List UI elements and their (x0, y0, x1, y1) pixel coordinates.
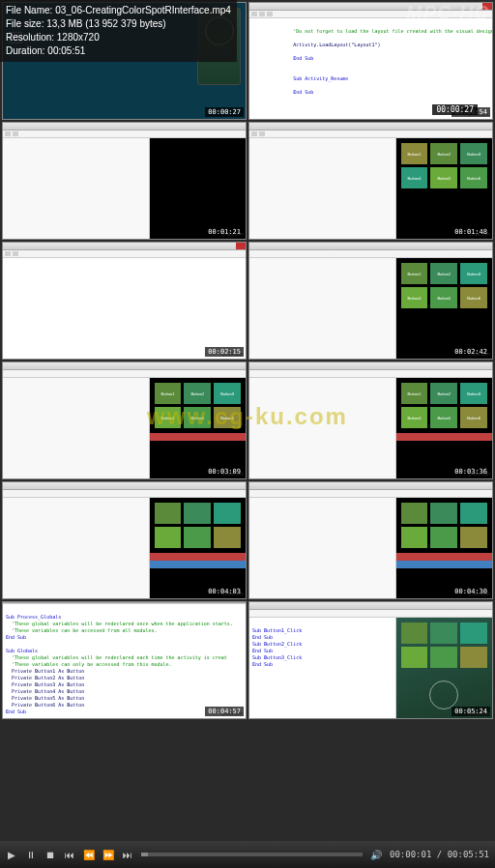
designer-button (214, 527, 241, 548)
code-line: End Sub (252, 661, 273, 667)
designer-strip (150, 561, 246, 568)
code-line: 'These global variables will be redeclar… (12, 654, 227, 660)
thumb-timestamp: 00:03:36 (451, 467, 490, 477)
filesize-label: File size: (6, 18, 44, 29)
designer-button (184, 527, 211, 548)
designer-button: Button4 (401, 407, 428, 428)
designer-strip (150, 433, 246, 441)
seek-bar[interactable] (141, 853, 363, 856)
designer-button: Button2 (184, 383, 211, 404)
designer-button: Button6 (460, 407, 487, 428)
designer-button (401, 647, 428, 668)
designer-button (214, 503, 241, 524)
code-line: Private Button3 As Button (12, 681, 84, 687)
designer-button (460, 647, 487, 668)
main-timestamp: 00:00:27 (432, 104, 478, 115)
designer-button (401, 527, 428, 548)
thumbnail[interactable]: Button1 Button2 Button3 Button4 Button5 … (2, 362, 247, 479)
designer-button: Button3 (460, 143, 487, 164)
designer-button: Button4 (155, 407, 182, 428)
thumbnail[interactable]: Button1 Button2 Button3 Button4 Button5 … (248, 362, 493, 479)
designer-button: Button4 (401, 167, 428, 188)
stop-button[interactable]: ⏹ (44, 849, 56, 860)
designer-strip (396, 553, 492, 561)
designer-button: Button4 (401, 287, 428, 308)
designer-button (430, 527, 457, 548)
thumbnail[interactable]: lynda.com 00:04:03 (2, 481, 247, 599)
filename-label: File Name: (6, 5, 52, 15)
designer-button (430, 503, 457, 524)
designer-button: Button3 (460, 263, 487, 284)
thumb-timestamp: 00:04:57 (205, 707, 244, 716)
code-line: Private Button6 As Button (12, 702, 84, 708)
filename-value: 03_06-CreatingColorSpotRInterface.mp4 (55, 5, 231, 15)
media-player: File Name: 03_06-CreatingColorSpotRInter… (0, 0, 495, 868)
thumb-timestamp: 00:04:03 (205, 587, 244, 596)
volume-icon[interactable]: 🔊 (370, 849, 382, 860)
thumbnail[interactable]: Button1 Button2 Button3 Button4 Button5 … (248, 242, 493, 360)
designer-button: Button3 (460, 383, 487, 404)
designer-button: Button1 (155, 383, 182, 404)
thumb-timestamp: 00:04:30 (451, 587, 490, 596)
code-line: Sub Process_Globals (6, 614, 61, 620)
designer-button: Button6 (460, 287, 487, 308)
code-comment: 'Do not forget to load the layout file c… (293, 28, 493, 34)
prev-button[interactable]: ⏮ (64, 849, 75, 860)
designer-strip (396, 561, 492, 568)
thumbnail-grid: 00:00:27 'Do not forget to load the layo… (0, 0, 495, 841)
thumbnail[interactable]: Sub Button1_Click End Sub Sub Button2_Cl… (248, 601, 493, 719)
player-controls: ▶ ⏸ ⏹ ⏮ ⏪ ⏩ ⏭ 🔊 00:00:01 / 00:05:51 (0, 841, 495, 868)
designer-button: Button5 (184, 407, 211, 428)
step-fwd-button[interactable]: ⏩ (102, 849, 114, 860)
thumb-timestamp: 00:00:27 (205, 107, 244, 117)
duration-value: 00:05:51 (47, 45, 85, 56)
code-line: 'These global variables will be redeclar… (12, 621, 233, 626)
code-line: Sub Button2_Click (252, 641, 302, 647)
designer-button (155, 527, 182, 548)
thumbnail[interactable]: Button1 Button2 Button3 Button4 Button5 … (248, 122, 493, 240)
designer-button (184, 503, 211, 524)
code-line: Private Button4 As Button (12, 688, 84, 694)
designer-button: Button5 (430, 167, 457, 188)
seek-progress (141, 853, 148, 856)
file-info-overlay: File Name: 03_06-CreatingColorSpotRInter… (0, 0, 237, 62)
thumbnail[interactable]: lynda.com 00:04:30 (248, 481, 493, 599)
thumb-timestamp: 00:05:24 (451, 707, 490, 716)
thumbnail[interactable]: lynda.com 00:01:21 (2, 122, 247, 240)
clock-icon (429, 680, 458, 709)
designer-button: Button2 (430, 143, 457, 164)
designer-button: Button6 (214, 407, 241, 428)
resolution-value: 1280x720 (57, 32, 100, 43)
time-display: 00:00:01 / 00:05:51 (390, 850, 489, 859)
designer-button: Button1 (401, 143, 428, 164)
empty-cell (2, 721, 247, 839)
thumb-timestamp: 00:03:09 (205, 467, 244, 477)
thumb-timestamp: 00:01:48 (451, 227, 490, 237)
empty-cell (248, 721, 493, 839)
designer-button (460, 527, 487, 548)
code-line: Private Button1 As Button (12, 668, 84, 674)
close-icon (236, 243, 246, 249)
code-keyword: Sub Activity_Resume (293, 75, 348, 81)
play-button[interactable]: ▶ (6, 849, 17, 860)
thumbnail[interactable]: lynda.com 00:02:15 (2, 242, 247, 360)
designer-button: Button2 (430, 383, 457, 404)
next-button[interactable]: ⏭ (122, 849, 133, 860)
code-line: Private Button2 As Button (12, 675, 84, 680)
designer-button: Button1 (401, 263, 428, 284)
designer-button (460, 622, 487, 644)
designer-button (401, 503, 428, 524)
code-line: 'These variables can only be accessed fr… (12, 661, 172, 667)
code-line: End Sub (252, 634, 273, 640)
thumb-timestamp: 00:01:21 (205, 227, 244, 237)
code-line: End Sub (252, 648, 273, 653)
code-line: End Sub (6, 709, 26, 714)
code-line: Sub Button1_Click (252, 627, 302, 633)
pause-button[interactable]: ⏸ (25, 849, 37, 860)
step-back-button[interactable]: ⏪ (83, 849, 95, 860)
thumb-timestamp: 00:02:15 (205, 347, 244, 357)
code-keyword: End Sub (293, 89, 313, 95)
thumb-timestamp: 00:02:42 (451, 347, 490, 357)
designer-button: Button5 (430, 287, 457, 308)
thumbnail[interactable]: Sub Process_Globals 'These global variab… (2, 601, 247, 719)
